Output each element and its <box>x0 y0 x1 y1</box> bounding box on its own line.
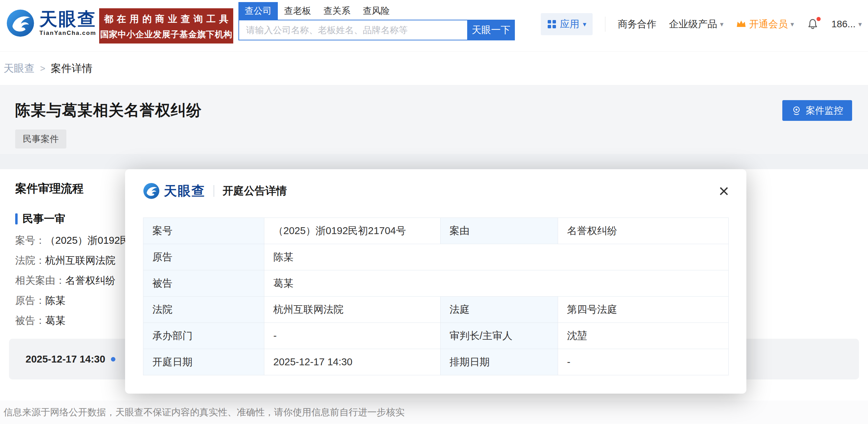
cell-label: 案号 <box>143 218 264 244</box>
nav-business-cooperation[interactable]: 商务合作 <box>618 18 657 31</box>
case-type-tag: 民事案件 <box>15 129 66 148</box>
case-monitor-button[interactable]: 案件监控 <box>782 100 852 121</box>
case-monitor-label: 案件监控 <box>806 104 843 117</box>
modal-header-divider <box>214 185 214 197</box>
nav-vip-label: 开通会员 <box>749 18 788 31</box>
site-header: 天眼查 TianYanCha.com 都在用的商业查询工具 国家中小企业发展子基… <box>0 0 868 52</box>
banner-line1: 都在用的商业查询工具 <box>99 13 237 25</box>
stage-accent-bar <box>15 213 18 224</box>
timeline-date: 2025-12-17 14:30 <box>26 354 105 365</box>
footer-disclaimer: 信息来源于网络公开数据，天眼查不保证内容的真实性、准确性，请你使用信息前自行进一… <box>3 406 405 418</box>
monitor-camera-icon <box>791 105 802 116</box>
search-button[interactable]: 天眼一下 <box>467 20 515 40</box>
tianyancha-logo-icon <box>143 183 160 199</box>
hearing-detail-modal: 天眼查 开庭公告详情 × 案号 （2025）浙0192民初21704号 案由 名… <box>125 169 746 394</box>
promo-banner: 都在用的商业查询工具 国家中小企业发展子基金旗下机构 <box>99 8 233 44</box>
logo-domain: TianYanCha.com <box>39 30 96 37</box>
logo-brand-name: 天眼查 <box>39 10 96 29</box>
close-icon[interactable]: × <box>717 182 730 200</box>
chevron-down-icon: ▾ <box>583 20 586 28</box>
modal-title: 开庭公告详情 <box>223 184 287 198</box>
cell-label: 承办部门 <box>143 323 264 349</box>
case-title: 陈某与葛某相关名誉权纠纷 <box>15 100 851 121</box>
breadcrumb-current: 案件详情 <box>51 61 92 76</box>
nav-account-phone[interactable]: 186... ▾ <box>831 19 862 30</box>
chevron-down-icon: ▾ <box>858 20 862 28</box>
field-value: 葛某 <box>45 315 65 326</box>
stage-label: 民事一审 <box>22 212 65 226</box>
field-label: 原告： <box>15 295 45 306</box>
cell-value: 名誉权纠纷 <box>558 218 729 244</box>
cell-label: 排期日期 <box>441 349 558 375</box>
search-area: 查公司 查老板 查关系 查风险 天眼一下 <box>238 2 515 40</box>
banner-line2: 国家中小企业发展子基金旗下机构 <box>99 29 233 40</box>
search-tabs: 查公司 查老板 查关系 查风险 <box>238 2 515 20</box>
notification-dot <box>817 17 821 21</box>
chevron-down-icon: ▾ <box>791 20 794 28</box>
search-input[interactable] <box>238 20 467 40</box>
nav-divider <box>605 17 605 32</box>
nav-open-vip[interactable]: 开通会员 ▾ <box>736 18 794 31</box>
modal-header: 天眼查 开庭公告详情 × <box>125 169 746 206</box>
field-value: 杭州互联网法院 <box>45 255 115 266</box>
table-row: 被告 葛某 <box>143 270 729 297</box>
account-phone-label: 186... <box>831 19 856 30</box>
field-label: 被告： <box>15 315 45 326</box>
modal-brand-name: 天眼查 <box>164 182 205 200</box>
nav-business-cooperation-label: 商务合作 <box>618 18 657 31</box>
cell-label: 被告 <box>143 270 264 297</box>
cell-label: 开庭日期 <box>143 349 264 375</box>
nav-enterprise-label: 企业级产品 <box>669 18 717 31</box>
breadcrumb-home[interactable]: 天眼查 <box>3 61 35 76</box>
cell-label: 法院 <box>143 297 264 323</box>
hearing-detail-table: 案号 （2025）浙0192民初21704号 案由 名誉权纠纷 原告 陈某 被告… <box>143 218 729 375</box>
top-nav: 应用 ▾ 商务合作 企业级产品 ▾ 开通会员 ▾ 186... ▾ <box>541 13 862 35</box>
chevron-down-icon: ▾ <box>720 20 724 28</box>
breadcrumb-separator: > <box>40 63 45 74</box>
search-tab-boss[interactable]: 查老板 <box>278 2 317 20</box>
cell-value: （2025）浙0192民初21704号 <box>264 218 441 244</box>
field-label: 法院： <box>15 255 45 266</box>
nav-enterprise-products[interactable]: 企业级产品 ▾ <box>669 18 724 31</box>
tianyancha-logo[interactable]: 天眼查 TianYanCha.com <box>6 9 96 37</box>
timeline-dot <box>111 357 115 362</box>
table-row: 案号 （2025）浙0192民初21704号 案由 名誉权纠纷 <box>143 218 729 244</box>
cell-value: 2025-12-17 14:30 <box>264 349 441 375</box>
field-label: 案号： <box>15 235 45 246</box>
table-row: 承办部门 - 审判长/主审人 沈堃 <box>143 323 729 349</box>
section-gap <box>0 154 868 169</box>
cell-label: 原告 <box>143 244 264 270</box>
cell-value: 葛某 <box>264 270 729 297</box>
field-value: 陈某 <box>45 295 65 306</box>
search-row: 天眼一下 <box>238 20 515 40</box>
cell-value: 沈堃 <box>558 323 729 349</box>
table-row: 法院 杭州互联网法院 法庭 第四号法庭 <box>143 297 729 323</box>
cell-value: 杭州互联网法院 <box>264 297 441 323</box>
field-value: 名誉权纠纷 <box>65 275 115 286</box>
case-header: 陈某与葛某相关名誉权纠纷 民事案件 案件监控 <box>0 85 868 154</box>
apps-menu[interactable]: 应用 ▾ <box>541 13 593 35</box>
field-value: （2025）浙0192民 <box>45 235 130 246</box>
field-label: 相关案由： <box>15 275 65 286</box>
notification-bell[interactable] <box>806 18 819 30</box>
cell-label: 案由 <box>441 218 558 244</box>
cell-value: 第四号法庭 <box>558 297 729 323</box>
table-row: 开庭日期 2025-12-17 14:30 排期日期 - <box>143 349 729 375</box>
search-tab-company[interactable]: 查公司 <box>238 2 278 20</box>
crown-icon <box>736 20 746 29</box>
tianyancha-logo-icon <box>6 9 35 37</box>
search-tab-risk[interactable]: 查风险 <box>357 2 396 20</box>
footer: 信息来源于网络公开数据，天眼查不保证内容的真实性、准确性，请你使用信息前自行进一… <box>0 401 868 424</box>
cell-label: 法庭 <box>441 297 558 323</box>
cell-value: 陈某 <box>264 244 729 270</box>
table-row: 原告 陈某 <box>143 244 729 270</box>
apps-label: 应用 <box>560 18 579 31</box>
apps-grid-icon <box>547 19 557 29</box>
breadcrumb: 天眼查 > 案件详情 <box>0 52 868 85</box>
cell-label: 审判长/主审人 <box>441 323 558 349</box>
cell-value: - <box>264 323 441 349</box>
cell-value: - <box>558 349 729 375</box>
logo-text: 天眼查 TianYanCha.com <box>39 10 96 37</box>
search-tab-relation[interactable]: 查关系 <box>317 2 357 20</box>
